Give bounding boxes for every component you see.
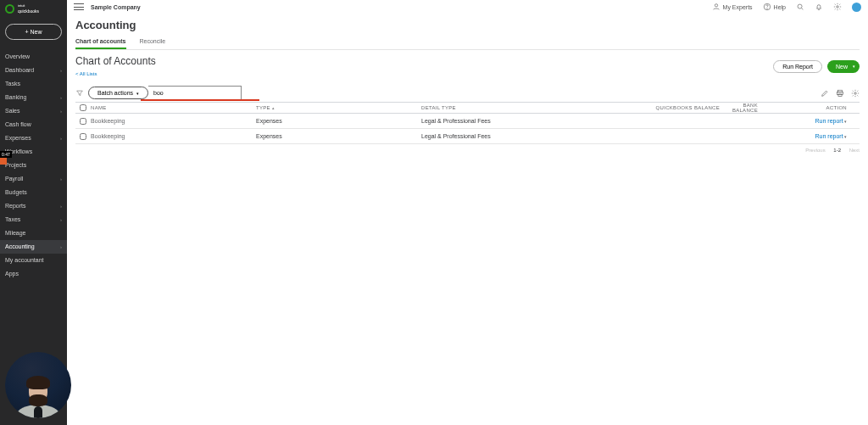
row-checkbox[interactable]	[80, 133, 86, 140]
svg-rect-7	[838, 93, 842, 96]
tab-reconcile[interactable]: Reconcile	[140, 35, 166, 49]
filter-icon[interactable]	[75, 89, 84, 98]
select-all-checkbox[interactable]	[80, 104, 86, 111]
menu-icon[interactable]	[74, 3, 84, 10]
col-detail[interactable]: DETAIL TYPE	[421, 105, 587, 110]
svg-point-8	[854, 92, 857, 94]
sidebar-item-reports[interactable]: Reports›	[0, 199, 67, 213]
sidebar-item-accounting[interactable]: Accounting›	[0, 240, 67, 254]
presenter-avatar	[5, 352, 71, 418]
user-avatar[interactable]	[852, 3, 861, 12]
col-name[interactable]: NAME	[91, 105, 256, 110]
brand-text: intuit quickbooks	[18, 3, 39, 14]
sidebar-item-apps[interactable]: Apps	[0, 267, 67, 281]
cell-type: Expenses	[256, 133, 421, 139]
appbar: Sample Company My Experts Help	[67, 0, 868, 14]
bell-icon[interactable]	[815, 3, 823, 11]
svg-point-0	[715, 4, 717, 7]
sidebar-item-cash-flow[interactable]: Cash flow	[0, 118, 67, 131]
help-link[interactable]: Help	[763, 3, 786, 11]
sidebar-item-sales[interactable]: Sales›	[0, 104, 67, 118]
gear-icon[interactable]	[833, 3, 842, 11]
person-icon	[712, 3, 721, 11]
pager-range: 1-2	[833, 148, 841, 153]
run-report-link[interactable]: Run report	[815, 133, 847, 139]
svg-point-3	[798, 4, 802, 8]
filter-search-input[interactable]	[148, 86, 242, 100]
col-action: ACTION	[763, 105, 850, 110]
tab-chart-of-accounts[interactable]: Chart of accounts	[75, 35, 126, 49]
col-qb-balance[interactable]: QUICKBOOKS BALANCE	[587, 105, 725, 110]
section-title: Chart of Accounts	[75, 55, 156, 67]
cell-name[interactable]: Bookkeeping	[91, 133, 256, 139]
print-icon[interactable]	[836, 89, 844, 98]
main-content: Accounting Chart of accountsReconcile Ch…	[67, 14, 868, 425]
sidebar-item-mileage[interactable]: Mileage	[0, 226, 67, 240]
video-timestamp: 0:47	[0, 151, 12, 158]
page-title: Accounting	[75, 19, 860, 31]
sidebar-item-my-accountant[interactable]: My accountant	[0, 254, 67, 267]
sidebar: intuit quickbooks + New OverviewDashboar…	[0, 0, 67, 425]
svg-point-4	[837, 6, 839, 8]
pager-prev[interactable]: Previous	[805, 148, 825, 153]
sidebar-item-budgets[interactable]: Budgets	[0, 186, 67, 199]
table-row: BookkeepingExpensesLegal & Professional …	[75, 114, 860, 129]
new-account-button[interactable]: New	[827, 60, 860, 73]
pager-next[interactable]: Next	[849, 148, 860, 153]
search-icon[interactable]	[796, 3, 804, 11]
run-report-button[interactable]: Run Report	[773, 60, 822, 73]
back-link[interactable]: < All Lists	[75, 71, 97, 76]
tabs: Chart of accountsReconcile	[75, 35, 860, 50]
video-marker	[0, 158, 7, 165]
sidebar-nav: OverviewDashboard›TasksBanking›Sales›Cas…	[0, 47, 67, 281]
accounts-table: NAME TYPE DETAIL TYPE QUICKBOOKS BALANCE…	[75, 102, 860, 144]
sidebar-item-dashboard[interactable]: Dashboard›	[0, 64, 67, 77]
cell-type: Expenses	[256, 118, 421, 124]
sidebar-item-overview[interactable]: Overview	[0, 50, 67, 64]
cell-detail: Legal & Professional Fees	[421, 118, 587, 124]
settings-gear-icon[interactable]	[851, 89, 860, 98]
row-checkbox[interactable]	[80, 118, 86, 125]
svg-point-2	[766, 8, 767, 9]
company-name: Sample Company	[91, 4, 141, 10]
col-bank-balance[interactable]: BANK BALANCE	[725, 103, 763, 113]
annotation-underline	[141, 99, 259, 101]
col-type[interactable]: TYPE	[256, 105, 421, 110]
sidebar-item-taxes[interactable]: Taxes›	[0, 213, 67, 226]
table-row: BookkeepingExpensesLegal & Professional …	[75, 129, 860, 144]
batch-actions-button[interactable]: Batch actions	[88, 87, 148, 99]
cell-detail: Legal & Professional Fees	[421, 133, 587, 139]
help-icon	[763, 3, 771, 11]
sidebar-item-expenses[interactable]: Expenses›	[0, 131, 67, 145]
new-button[interactable]: + New	[5, 24, 62, 40]
sidebar-item-projects[interactable]: Projects	[0, 159, 67, 172]
brand: intuit quickbooks	[0, 0, 67, 17]
sidebar-item-tasks[interactable]: Tasks	[0, 77, 67, 91]
my-experts-link[interactable]: My Experts	[712, 3, 753, 11]
brand-logo-icon	[5, 4, 14, 14]
pencil-icon[interactable]	[821, 89, 829, 98]
cell-name[interactable]: Bookkeeping	[91, 118, 256, 124]
run-report-link[interactable]: Run report	[815, 118, 847, 124]
table-header: NAME TYPE DETAIL TYPE QUICKBOOKS BALANCE…	[75, 102, 860, 114]
pagination: Previous 1-2 Next	[75, 144, 860, 156]
sidebar-item-payroll[interactable]: Payroll›	[0, 172, 67, 186]
sidebar-item-banking[interactable]: Banking›	[0, 91, 67, 104]
